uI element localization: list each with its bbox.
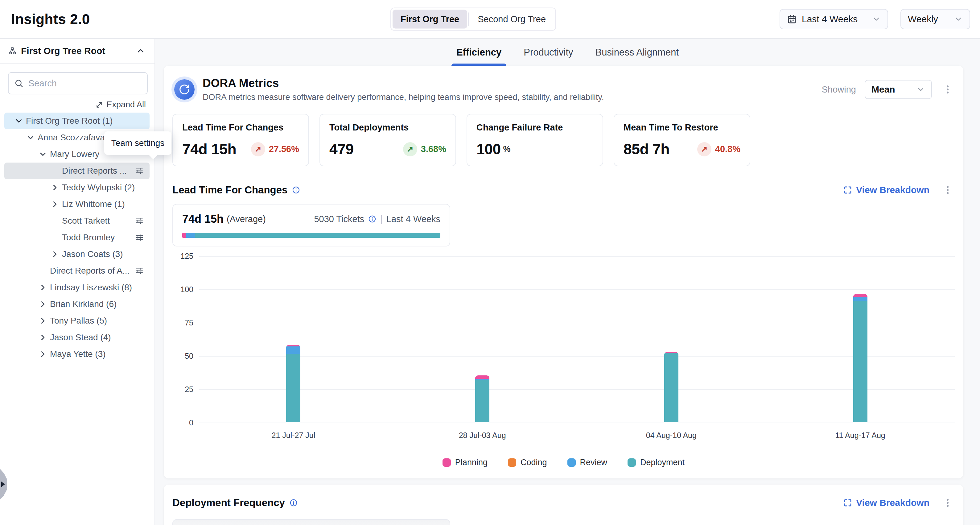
dora-header: DORA Metrics DORA metrics measure softwa… [172, 66, 955, 102]
calendar-icon [787, 14, 797, 24]
stacked-bar[interactable] [664, 352, 678, 422]
tree-item[interactable]: Tony Pallas (5) [4, 312, 150, 329]
chevron-right-icon[interactable] [38, 283, 48, 292]
info-icon[interactable] [368, 215, 377, 223]
deployment-menu-button[interactable] [940, 496, 955, 510]
trend-delta: 3.68% [421, 144, 446, 154]
tree-item[interactable]: Jason Stead (4) [4, 329, 150, 346]
metric-card: Total Deployments479↗3.68% [320, 114, 456, 166]
dora-subtitle: DORA metrics measure software delivery p… [203, 92, 604, 102]
chevron-right-icon[interactable] [38, 350, 48, 359]
expand-all-label: Expand All [107, 100, 146, 110]
legend-label: Planning [455, 458, 488, 467]
lead-time-chart: 0255075100125 21 Jul-27 Jul28 Jul-03 Aug… [172, 256, 955, 467]
gridline [199, 323, 955, 323]
chevron-spacer [50, 216, 59, 226]
tree-item-label: Tony Pallas (5) [50, 316, 107, 326]
granularity-select[interactable]: Weekly [900, 9, 970, 29]
search-input[interactable] [28, 78, 142, 89]
bar-segment-deployment [664, 353, 678, 422]
trend-badge: ↗40.8% [697, 142, 740, 156]
x-tick-label: 04 Aug-10 Aug [577, 431, 766, 440]
legend-swatch [628, 458, 636, 467]
view-breakdown-button[interactable]: View Breakdown [841, 497, 931, 508]
chevron-spacer [50, 233, 59, 242]
view-breakdown-button[interactable]: View Breakdown [841, 185, 931, 196]
deployment-summary-card-partial [172, 519, 450, 525]
trend-up-icon: ↗ [403, 142, 417, 156]
chevron-down-icon[interactable] [26, 133, 35, 142]
metric-value-row: 74d 15h↗27.56% [182, 141, 299, 158]
granularity-value: Weekly [908, 14, 938, 24]
chevron-right-icon[interactable] [50, 183, 59, 192]
stacked-bar[interactable] [853, 294, 867, 422]
tree-item-label: Mary Lowery [50, 149, 99, 159]
tree-item[interactable]: Lindsay Liszewski (8) [4, 279, 150, 296]
org-tree-toggle-first[interactable]: First Org Tree [393, 10, 467, 29]
metric-title: Total Deployments [329, 123, 446, 133]
search-icon [14, 79, 24, 88]
metric-card: Change Failure Rate100% [466, 114, 603, 166]
chevron-down-icon [916, 85, 925, 94]
chevron-right-icon[interactable] [50, 250, 59, 259]
chevron-down-icon[interactable] [38, 150, 48, 159]
tab-productivity[interactable]: Productivity [519, 39, 578, 66]
date-range-select[interactable]: Last 4 Weeks [780, 9, 888, 29]
team-settings-icon[interactable] [135, 266, 144, 275]
chevron-right-icon[interactable] [38, 333, 48, 342]
info-icon[interactable] [289, 498, 298, 507]
gridline [199, 256, 955, 257]
sidebar-expand-handle[interactable] [0, 469, 7, 500]
dora-title: DORA Metrics [203, 77, 604, 90]
chevron-right-icon[interactable] [38, 316, 48, 325]
chevron-right-icon[interactable] [50, 200, 59, 209]
stacked-bar[interactable] [475, 375, 489, 422]
chevron-down-icon [872, 15, 881, 24]
metric-value-row: 479↗3.68% [329, 141, 446, 158]
dora-menu-button[interactable] [940, 82, 955, 97]
legend-item-coding: Coding [508, 458, 547, 467]
info-icon[interactable] [292, 186, 300, 194]
tree-item[interactable]: First Org Tree Root (1) [4, 113, 150, 129]
tree-item[interactable]: Brian Kirkland (6) [4, 296, 150, 312]
tree-item[interactable]: Direct Reports of A... [4, 262, 150, 279]
tab-efficiency[interactable]: Efficiency [452, 39, 506, 66]
tree-item[interactable]: Teddy Wylupski (2) [4, 179, 150, 196]
tree-item-label: Lindsay Liszewski (8) [50, 283, 132, 293]
chevron-right-icon[interactable] [38, 299, 48, 309]
summary-bar-planning [182, 233, 186, 238]
tree-item[interactable]: Jason Coats (3) [4, 246, 150, 262]
tree-item[interactable]: Scott Tarkett [4, 213, 150, 229]
gridline [199, 290, 955, 290]
tab-business-alignment[interactable]: Business Alignment [590, 39, 684, 66]
sidebar-collapse-button[interactable] [135, 45, 146, 57]
summary-bar-review [186, 233, 195, 238]
expand-all-button[interactable]: Expand All [0, 100, 146, 110]
tree-item[interactable]: Todd Bromley [4, 229, 150, 246]
metric-value: 100 [476, 141, 501, 158]
legend-label: Review [580, 458, 608, 467]
lead-time-section-title: Lead Time For Changes [172, 184, 287, 196]
team-settings-icon[interactable] [135, 216, 144, 226]
deployment-frequency-card: Deployment Frequency View Breakdown [164, 485, 963, 525]
top-bar: Insights 2.0 First Org TreeSecond Org Tr… [0, 0, 980, 39]
team-settings-icon[interactable] [135, 233, 144, 242]
dora-metrics-card: DORA Metrics DORA metrics measure softwa… [164, 66, 963, 479]
legend-swatch [442, 458, 451, 467]
stacked-bar[interactable] [286, 345, 300, 422]
metric-title: Lead Time For Changes [182, 123, 299, 133]
tree-item[interactable]: Maya Yette (3) [4, 346, 150, 363]
bar-segment-planning [475, 375, 489, 379]
range-label: Last 4 Weeks [387, 214, 440, 224]
chevron-down-icon [954, 15, 963, 24]
tree-item[interactable]: Direct Reports ... [4, 162, 150, 179]
team-settings-tooltip: Team settings [104, 131, 172, 155]
lead-time-menu-button[interactable] [940, 183, 955, 197]
tree-item[interactable]: Liz Whittome (1) [4, 196, 150, 213]
org-tree-toggle-second[interactable]: Second Org Tree [470, 10, 554, 29]
segment-divider [468, 12, 469, 26]
showing-select[interactable]: Mean [865, 80, 932, 99]
average-value: 74d 15h [182, 213, 224, 226]
team-settings-icon[interactable] [135, 166, 144, 175]
chevron-down-icon[interactable] [14, 116, 24, 126]
